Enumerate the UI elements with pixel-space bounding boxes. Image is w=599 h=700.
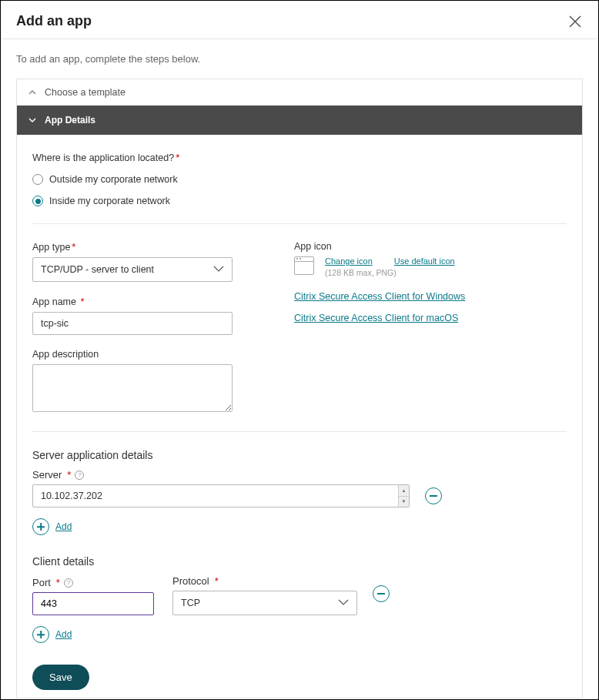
protocol-field: Protocol* TCP	[172, 575, 357, 615]
port-input[interactable]	[32, 592, 154, 615]
spinner-control[interactable]: ▲ ▼	[398, 485, 409, 507]
protocol-value: TCP	[181, 598, 200, 608]
minus-icon	[430, 495, 437, 497]
app-basic-columns: App type* TCP/UDP - server to client	[32, 241, 567, 414]
app-icon-label: App icon	[294, 241, 567, 252]
required-star: *	[67, 469, 71, 481]
save-button[interactable]: Save	[32, 665, 89, 690]
radio-icon	[32, 174, 43, 185]
port-field: Port* ?	[32, 577, 154, 615]
radio-inside-network[interactable]: Inside my corporate network	[32, 196, 567, 206]
minus-icon	[377, 593, 385, 594]
plus-icon-circle	[32, 518, 49, 535]
required-star: *	[56, 577, 60, 588]
protocol-select[interactable]: TCP	[172, 591, 357, 615]
client-fields: Port* ? Protocol* TCP	[32, 575, 357, 615]
protocol-label: Protocol	[172, 575, 209, 587]
modal-header: Add an app	[1, 1, 598, 39]
accordion-details-label: App Details	[45, 115, 95, 126]
port-label: Port	[32, 577, 51, 588]
radio-icon-selected	[32, 196, 43, 206]
app-basic-left: App type* TCP/UDP - server to client	[32, 241, 233, 414]
server-section-heading: Server application details	[32, 449, 567, 461]
app-desc-field: App description	[32, 349, 233, 414]
server-label: Server	[32, 469, 62, 481]
chevron-down-icon	[338, 597, 349, 609]
server-input[interactable]	[32, 484, 410, 507]
remove-client-button[interactable]	[373, 585, 390, 602]
intro-text: To add an app, complete the steps below.	[16, 53, 583, 65]
accordion-template-label: Choose a template	[45, 87, 125, 98]
client-row: Port* ? Protocol* TCP	[32, 575, 567, 615]
spinner-up-icon[interactable]: ▲	[399, 485, 409, 497]
server-label-row: Server* ?	[32, 469, 567, 481]
required-star: *	[176, 152, 179, 163]
download-macos-link[interactable]: Citrix Secure Access Client for macOS	[294, 313, 567, 323]
app-basic-right: App icon Change icon Use default icon (1…	[294, 241, 567, 414]
radio-outside-label: Outside my corporate network	[49, 174, 178, 185]
remove-server-button[interactable]	[425, 487, 442, 504]
close-icon[interactable]	[567, 14, 583, 29]
app-icon-row: Change icon Use default icon (128 KB max…	[294, 256, 567, 277]
client-section-heading: Client details	[32, 555, 567, 568]
app-type-select[interactable]: TCP/UDP - server to client	[32, 257, 233, 282]
app-name-input[interactable]	[32, 312, 233, 335]
required-star: *	[72, 241, 75, 253]
plus-icon	[37, 523, 45, 531]
add-server-button[interactable]: Add	[32, 518, 567, 535]
help-icon[interactable]: ?	[64, 578, 73, 588]
app-desc-textarea[interactable]	[32, 364, 233, 412]
help-icon[interactable]: ?	[75, 471, 84, 480]
chevron-up-icon	[28, 88, 37, 97]
radio-inside-label: Inside my corporate network	[49, 196, 170, 206]
plus-icon-circle	[32, 626, 49, 643]
app-name-field: App name *	[32, 296, 233, 335]
add-client-label: Add	[55, 629, 72, 640]
spinner-down-icon[interactable]: ▼	[399, 497, 409, 507]
radio-outside-network[interactable]: Outside my corporate network	[32, 174, 567, 185]
icon-hint: (128 KB max, PNG)	[325, 268, 455, 277]
accordion: Choose a template App Details Where is t…	[16, 79, 583, 698]
download-windows-link[interactable]: Citrix Secure Access Client for Windows	[294, 291, 567, 302]
modal-body: To add an app, complete the steps below.…	[1, 39, 598, 700]
add-app-modal: Add an app To add an app, complete the s…	[0, 0, 599, 700]
app-name-label: App name	[32, 296, 76, 307]
divider	[32, 431, 567, 432]
chevron-down-icon	[213, 263, 224, 276]
accordion-details-body: Where is the application located?* Outsi…	[17, 135, 582, 698]
location-radio-group: Outside my corporate network Inside my c…	[32, 174, 567, 206]
location-question: Where is the application located?	[32, 152, 174, 163]
accordion-details-header[interactable]: App Details	[17, 106, 582, 135]
add-server-label: Add	[55, 521, 72, 532]
divider	[32, 223, 567, 224]
app-icon-preview	[294, 256, 314, 275]
modal-title: Add an app	[16, 13, 92, 29]
accordion-template-header[interactable]: Choose a template	[17, 79, 582, 106]
app-type-label: App type	[32, 242, 70, 253]
app-desc-label: App description	[32, 349, 233, 360]
app-type-value: TCP/UDP - server to client	[41, 264, 154, 275]
use-default-icon-link[interactable]: Use default icon	[394, 256, 455, 266]
app-type-field: App type* TCP/UDP - server to client	[32, 241, 233, 282]
server-row: ▲ ▼	[32, 484, 567, 507]
server-input-wrap: ▲ ▼	[32, 484, 410, 507]
chevron-down-icon	[28, 116, 37, 125]
required-star: *	[215, 575, 219, 587]
app-icon-link-block: Change icon Use default icon (128 KB max…	[325, 256, 455, 277]
add-client-button[interactable]: Add	[32, 626, 567, 643]
change-icon-link[interactable]: Change icon	[325, 256, 373, 266]
location-question-row: Where is the application located?*	[32, 152, 567, 163]
required-star: *	[81, 296, 85, 307]
plus-icon	[37, 631, 45, 638]
